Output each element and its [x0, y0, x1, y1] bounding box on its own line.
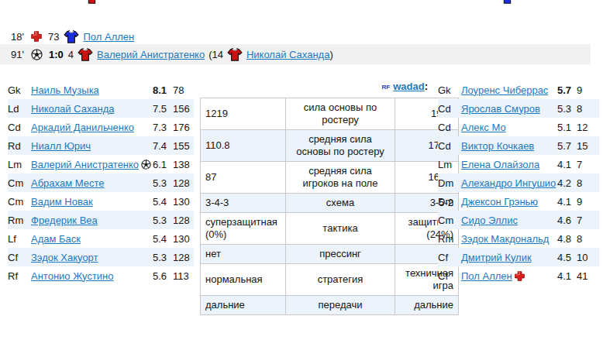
assist-suffix: ) — [329, 49, 333, 60]
player-link[interactable]: Дмитрий Кулик — [461, 252, 532, 263]
away-team-value: дальние — [395, 296, 459, 315]
player-strength: 130 — [167, 233, 190, 245]
player-link[interactable]: Адам Баск — [31, 233, 81, 245]
comparison-row: нормальнаястратегиятехничная игра — [201, 264, 459, 296]
player-strength: 10 — [571, 252, 587, 263]
blue-shirt-icon — [64, 30, 79, 43]
event-time: 91' — [11, 49, 31, 60]
player-link[interactable]: Антонио Жустино — [31, 270, 114, 282]
player-name-cell: Вадим Новак — [31, 196, 143, 208]
home-team-value: 3-4-3 — [201, 194, 286, 213]
away-team-header: RFwadad: — [200, 81, 428, 94]
player-link[interactable]: Ниалл Юрич — [31, 140, 91, 152]
team-comparison-table: 1219сила основы по ростеру1953110.8средн… — [200, 98, 459, 315]
comparison-row: 3-4-3схема3-5-2 — [201, 194, 459, 213]
position-code: Cf — [438, 270, 461, 282]
home-team-value: суперзащитная (0%) — [201, 213, 286, 245]
lineup-row: CdВиктор Кочкаев5.715 — [438, 136, 599, 155]
comparison-row: суперзащитная (0%)тактиказащитная (24%) — [201, 213, 459, 245]
player-rating: 5.6 — [143, 270, 167, 282]
player-name-cell: Валерий Анистратенко — [31, 159, 143, 170]
lineup-row: RfАнтонио Жустино5.6113 — [8, 266, 194, 285]
assist-prefix: (14 — [208, 49, 223, 60]
player-strength: 7 — [571, 215, 582, 226]
lineup-row: GkЛоуренс Чиберрас5.79 — [438, 81, 599, 99]
match-report-page: 18' 73 Пол Аллен 91' 1:0 4 Валерий Анист… — [0, 0, 603, 364]
player-link[interactable]: Ярослав Смуров — [461, 103, 540, 115]
player-link[interactable]: Николай Саханда — [31, 103, 114, 115]
player-rating: 7.5 — [143, 103, 167, 115]
player-link[interactable]: Виктор Кочкаев — [461, 140, 534, 152]
player-strength: 113 — [167, 270, 189, 282]
position-code: Cd — [438, 140, 461, 152]
player-name-cell: Лоуренс Чиберрас — [461, 84, 552, 96]
red-shirt-icon — [78, 48, 93, 61]
player-link[interactable]: Алехандро Ингушио — [461, 177, 556, 189]
position-code: Cd — [8, 122, 31, 133]
player-link[interactable]: Сидо Эллис — [461, 215, 518, 226]
assist-player-link[interactable]: Николай Саханда — [246, 49, 329, 60]
event-shirt-number: 73 — [48, 31, 59, 43]
lineup-row: LdНиколай Саханда7.5156 — [8, 99, 194, 118]
position-code: Lm — [438, 159, 461, 170]
player-name-cell: Зэдок Хакуорт — [31, 252, 143, 263]
player-name-cell: Дмитрий Кулик — [461, 252, 552, 263]
lineup-row: LmВалерий Анистратенко6.1138 — [8, 155, 194, 173]
player-link[interactable]: Лоуренс Чиберрас — [461, 84, 548, 96]
home-team-value: дальние — [201, 296, 286, 315]
player-link[interactable]: Джексон Грэнью — [461, 196, 538, 208]
position-code: Rm — [438, 233, 461, 245]
event-player-link[interactable]: Валерий Анистратенко — [97, 49, 205, 60]
player-rating: 4.5 — [552, 252, 571, 263]
player-name-cell: Наиль Музыка — [31, 84, 143, 96]
player-name-cell: Фредерик Веа — [31, 215, 143, 226]
player-link[interactable]: Абрахам Месте — [31, 177, 104, 189]
player-rating: 5.3 — [143, 177, 167, 189]
player-link[interactable]: Зэдок Макдональд — [461, 233, 549, 245]
position-code: Cf — [8, 252, 31, 263]
home-team-value: 87 — [201, 162, 286, 194]
player-strength: 128 — [167, 252, 190, 263]
comparison-row: нетпрессингнет — [201, 245, 459, 264]
away-team-link[interactable]: wadad — [393, 81, 424, 92]
comparison-label: схема — [286, 194, 395, 213]
player-rating: 4.6 — [552, 215, 571, 226]
lineup-row: CmАбрахам Месте5.3128 — [8, 173, 194, 192]
home-team-value: 1219 — [201, 98, 286, 130]
lineup-row: CmСидо Эллис4.67 — [438, 211, 599, 229]
lineup-row: RmФредерик Веа5.3128 — [8, 211, 194, 229]
position-code: Rd — [8, 140, 31, 152]
lineup-row: GkНаиль Музыка8.178 — [8, 81, 194, 99]
player-link[interactable]: Алекс Мо — [461, 122, 506, 133]
player-link[interactable]: Аркадий Данильченко — [31, 122, 134, 133]
home-team-value: нет — [201, 245, 286, 264]
player-link[interactable]: Фредерик Веа — [31, 215, 98, 226]
player-name-cell: Сидо Эллис — [461, 215, 552, 226]
player-rating: 5.4 — [143, 196, 167, 208]
player-name-cell: Алехандро Ингушио — [461, 177, 552, 189]
home-team-value: 110.8 — [201, 130, 286, 162]
comparison-row: 1219сила основы по ростеру1953 — [201, 98, 459, 130]
player-link[interactable]: Наиль Музыка — [31, 84, 99, 96]
home-lineup: GkНаиль Музыка8.178LdНиколай Саханда7.51… — [8, 81, 194, 285]
player-link[interactable]: Валерий Анистратенко — [31, 159, 139, 170]
match-event-goal: 91' 1:0 4 Валерий Анистратенко (14 Никол… — [0, 44, 591, 64]
lineup-row: CfДмитрий Кулик4.510 — [438, 248, 599, 266]
player-link[interactable]: Пол Аллен — [461, 270, 512, 282]
player-strength: 12 — [571, 122, 587, 133]
position-code: Cf — [438, 252, 461, 263]
player-link[interactable]: Зэдок Хакуорт — [31, 252, 98, 263]
player-strength: 156 — [167, 103, 190, 115]
position-code: Cm — [438, 215, 461, 226]
event-assist: (14 Николай Саханда ) — [208, 48, 333, 61]
event-player-link[interactable]: Пол Аллен — [83, 31, 134, 43]
player-rating: 4.8 — [552, 233, 571, 245]
player-name-cell: Антонио Жустино — [31, 270, 143, 282]
player-rating: 4.1 — [552, 159, 571, 170]
player-name-cell: Алекс Мо — [461, 122, 552, 133]
player-link[interactable]: Вадим Новак — [31, 196, 93, 208]
player-link[interactable]: Елена Олайзола — [461, 159, 539, 170]
player-rating: 8.1 — [143, 84, 167, 96]
player-strength: 130 — [167, 196, 190, 208]
position-code: Gk — [8, 84, 31, 96]
